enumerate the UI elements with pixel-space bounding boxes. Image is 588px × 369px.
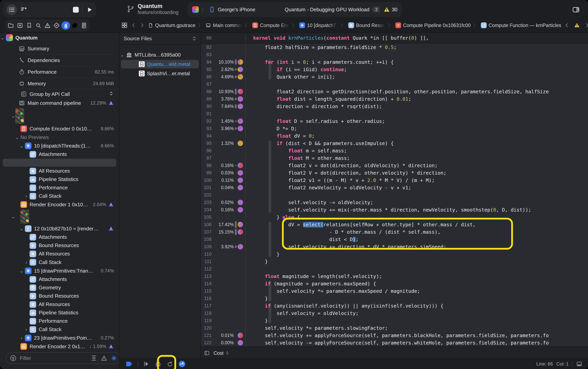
sidebar-item-all-resources-3[interactable]: >>>>All Resources xyxy=(0,300,119,308)
sidebar-item-no-previews[interactable]: ⌄No Previews xyxy=(0,133,119,142)
next-issue-button[interactable]: > xyxy=(584,22,588,28)
activity-bar[interactable]: 〉 > George's iPhone Quantum - Debugging … xyxy=(188,2,385,17)
inspector-toggle-button[interactable]: >>> xyxy=(568,2,584,18)
code-line-86[interactable]: 864.69% Quark other = in[i]; xyxy=(201,73,588,81)
code-line-111[interactable]: 111 } xyxy=(201,258,588,265)
filter-field[interactable]: >>> Filter >> >>> > xyxy=(6,352,121,364)
code-line-92[interactable]: 921.45% float D = self.radius + other.ra… xyxy=(201,117,588,125)
sidebar-item-render-encoder-2[interactable]: >>>Render Encoder 2 0x1…↓ 1.59% xyxy=(0,342,119,351)
code-line-100[interactable]: 1000.11% float2 v1 = ((m - M) * v + 2.0 … xyxy=(201,176,588,184)
code-line-110[interactable]: 110 } xyxy=(201,250,588,258)
navigator-tab-report[interactable]: >> xyxy=(80,21,88,30)
sidebar-item-call-stack-3[interactable]: ›>>>>Call Stack xyxy=(0,325,119,334)
disclosure-icon[interactable]: › xyxy=(24,193,29,199)
sidebar-item-draw-23[interactable]: ›>23 [drawPrimitives:Poin…0.27% xyxy=(0,334,119,342)
sidebar-item-pipeline-statistics-2[interactable]: >>>Pipeline Statistics xyxy=(0,308,119,317)
code-line-85[interactable]: 852.62% if (i == iGid) continue; xyxy=(201,66,588,73)
sidebar-item-performance-2[interactable]: >>Performance xyxy=(0,184,119,192)
sidebar-item-bound-resources[interactable]: >>>Bound Resources xyxy=(0,158,119,167)
cost-dropdown[interactable]: Cost xyxy=(214,350,223,356)
step-forward-icon[interactable]: >> xyxy=(143,360,150,368)
code-line-83[interactable]: 83 xyxy=(201,51,588,58)
source-file-quantum-field-metal[interactable]: >Quantu…ield.metal xyxy=(119,60,200,69)
breadcrumb-item[interactable]: >>>>Compute Pipeline 0x10631fc00 xyxy=(395,22,471,28)
sort-icon[interactable]: >> xyxy=(191,36,197,41)
navigator-tab-spray[interactable]: >>>>>> xyxy=(62,21,70,30)
sidebar-item-bound-resources-2[interactable]: >>>Bound Resources xyxy=(0,241,119,250)
source-file-splash-view-metal[interactable]: >SplashVi…er.metal xyxy=(119,69,200,78)
breadcrumb-item[interactable]: >>>>>>>>>>>Compute Enc xyxy=(252,22,289,28)
stop-button[interactable] xyxy=(73,7,79,13)
code-line-95[interactable]: 951.32% if (dist < D && parameters.useIm… xyxy=(201,140,588,147)
sidebar-item-texture-preview-2[interactable]: ⌄ xyxy=(0,209,119,224)
code-line-87[interactable]: 87 xyxy=(201,81,588,88)
sidebar-item-main-command-pipeline[interactable]: >>Main command pipeline12.29% xyxy=(0,99,119,107)
sidebar-item-render-encoder-1[interactable]: >>>Render Encoder 1 0x10…2.04% xyxy=(0,200,119,209)
breadcrumb-item[interactable]: >>>Bound Resou xyxy=(348,22,385,28)
sidebar-item-texture-preview[interactable]: ⌄ xyxy=(0,107,119,124)
code-line-116[interactable]: 116 } xyxy=(201,295,588,302)
dispatch-filter-icon[interactable]: > xyxy=(111,355,117,361)
code-line-88[interactable]: 8810.93% float2 direction = getDirection… xyxy=(201,88,588,95)
squeeze-filter-icon[interactable]: >> xyxy=(91,355,97,361)
breadcrumb-item[interactable]: >>Quantum.gputrace xyxy=(148,22,196,28)
sidebar-item-call-stack-2[interactable]: ›>>>>Call Stack xyxy=(0,258,119,266)
sidebar-item-performance[interactable]: >>Performance82.55 ms xyxy=(0,66,119,78)
sidebar-item-summary[interactable]: >>>>Summary xyxy=(0,43,119,54)
disclosure-icon[interactable]: › xyxy=(19,335,24,341)
sidebar-item-call-stack[interactable]: ›>>>>Call Stack xyxy=(0,192,119,200)
disclosure-icon[interactable]: › xyxy=(24,327,29,332)
code-line-94[interactable]: 94 float dV = 0; xyxy=(201,132,588,140)
code-line-101[interactable]: 1010.04% float2 newVelocity = oldVelocit… xyxy=(201,184,588,191)
warnings-pill[interactable]: 30 xyxy=(380,2,402,17)
code-editor[interactable]: 66kernel void krnParticles(constant Quar… xyxy=(201,33,588,359)
code-line-112[interactable]: 112 xyxy=(201,265,588,273)
disclosure-icon[interactable]: ⌄ xyxy=(120,52,124,58)
navigator-tab-warning[interactable]: >>> xyxy=(43,21,52,30)
texture-thumbnail[interactable] xyxy=(20,210,29,224)
code-line-82[interactable]: 82 float2 halfSize = parameters.fieldSiz… xyxy=(201,43,588,51)
sidebar-item-group-by-api-call[interactable]: >>Group by API Call>> xyxy=(0,89,119,99)
back-button[interactable]: > xyxy=(131,22,136,28)
disclosure-icon[interactable]: › xyxy=(24,259,29,265)
code-line-84[interactable]: 8410.10% for (int i = 0; i < parameters.… xyxy=(201,58,588,66)
sidebar-item-draw-15[interactable]: ⌄>15 [drawPrimitives:Trian…0.74% xyxy=(0,266,119,275)
sidebar-item-render-cmd-12[interactable]: ⌄>>12 0x10b827b10 = [render… xyxy=(0,224,119,233)
code-line-102[interactable]: 102 xyxy=(201,191,588,199)
compose-summary-icon[interactable]: >> xyxy=(21,6,28,13)
tag-breakpoint-icon[interactable] xyxy=(125,360,133,368)
code-line-117[interactable]: 117 if (any(isnan(self.velocity)) || any… xyxy=(201,302,588,309)
stepper-icon[interactable]: >> xyxy=(109,91,114,98)
disclosure-icon[interactable]: ⌄ xyxy=(0,35,5,41)
code-line-118[interactable]: 118 self.velocity = oldVelocity; xyxy=(201,309,588,317)
code-line-96[interactable]: 96 float m = self.mass; xyxy=(201,147,588,154)
sidebar-item-project-quantum[interactable]: ⌄Quantum xyxy=(0,33,119,43)
navigator-tab-gpu-frame[interactable]: >> xyxy=(16,21,24,30)
grid-overview-icon[interactable]: >>>> xyxy=(121,22,128,29)
navigator-tab-diamond-check[interactable]: >> xyxy=(52,21,61,30)
breadcrumb-item[interactable]: >Compute Function — krnParticles xyxy=(481,22,561,28)
disclosure-icon[interactable]: ⌄ xyxy=(19,143,24,149)
code-line-121[interactable]: 1210.01% self.velocity += applyForceSour… xyxy=(201,332,588,339)
sidebar-item-all-resources[interactable]: >>>>All Resources xyxy=(0,167,119,175)
code-line-104[interactable]: 1040.16% self.velocity += mix(-other.mas… xyxy=(201,206,588,214)
code-line-113[interactable]: 113 float magnitude = length(self.veloci… xyxy=(201,273,588,280)
navigator-tab-bookmark[interactable]: > xyxy=(25,21,33,30)
warning-filter-icon[interactable]: >>> xyxy=(101,355,107,361)
disclosure-icon[interactable]: ⌄ xyxy=(11,113,16,119)
disclosure-icon[interactable]: ⌄ xyxy=(11,214,16,220)
code-line-90[interactable]: 907.64% direction = direction * rsqrt(di… xyxy=(201,103,588,110)
sidebar-toggle-button[interactable]: >>>> xyxy=(6,4,17,15)
code-line-89[interactable]: 893.76% float dist = length_squared(dire… xyxy=(201,95,588,103)
disclosure-icon[interactable]: ⌄ xyxy=(19,268,24,274)
sidebar-item-dispatch-10[interactable]: ⌄>10 [dispatchThreads:{1…8.66% xyxy=(0,142,119,150)
disclosure-icon[interactable]: ⌄ xyxy=(15,134,20,140)
source-file-mtl-library[interactable]: ⌄>>>MTLLibra…6395a00 xyxy=(119,50,200,60)
sidebar-item-pipeline-statistics[interactable]: >>>Pipeline Statistics xyxy=(0,175,119,184)
profile-gauge-icon[interactable] xyxy=(178,360,186,368)
disclosure-icon[interactable]: ⌄ xyxy=(19,226,24,232)
breadcrumb-item[interactable]: >10 [dispatchT xyxy=(299,22,338,28)
breadcrumb-item[interactable]: >>Main comman xyxy=(206,22,242,28)
issue-warning-icon[interactable] xyxy=(574,22,580,28)
sidebar-item-attachments-2[interactable]: >Attachments xyxy=(0,233,119,241)
